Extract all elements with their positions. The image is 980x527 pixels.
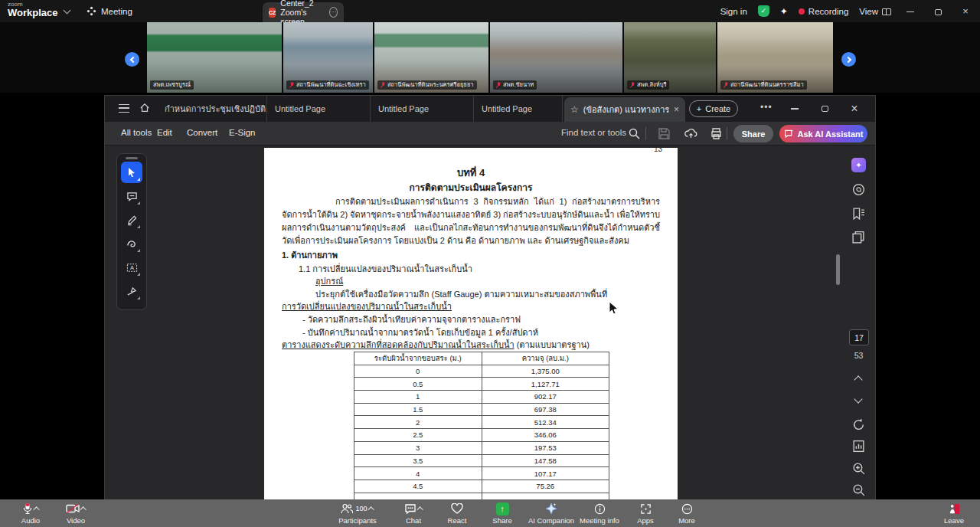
rotate-refresh-icon[interactable] — [851, 417, 866, 432]
table-row: 1.5697.38 — [354, 403, 609, 416]
view-button[interactable]: View — [859, 7, 891, 16]
page-number-printed: 13 — [654, 148, 662, 153]
menu-edit[interactable]: Edit — [157, 128, 172, 137]
video-tile[interactable]: สพด.ชัยนาท — [490, 22, 622, 93]
next-page-button[interactable] — [854, 394, 862, 403]
lasso-curve-icon — [126, 238, 138, 250]
doc-tab-label: กำหนดการประชุมเชิงปฏิบัติ... — [165, 102, 267, 116]
highlight-tool-button[interactable] — [121, 209, 142, 231]
zoom-out-icon[interactable] — [851, 483, 866, 497]
security-shield-icon[interactable]: ✓ — [758, 5, 769, 17]
favorite-star-icon[interactable]: ☆ — [570, 104, 579, 115]
more-options-icon[interactable]: ••• — [760, 102, 773, 113]
recording-indicator[interactable]: Recording — [799, 7, 848, 16]
home-icon[interactable] — [139, 103, 150, 113]
create-label: Create — [705, 104, 730, 113]
palette-drag-handle[interactable] — [126, 157, 138, 159]
ai-assistant-panel-icon[interactable]: ✦ — [851, 158, 866, 172]
doc-tab-4[interactable]: Untitled Page — [474, 96, 563, 122]
doc-tab-3[interactable]: Untitled Page — [371, 96, 474, 122]
window-maximize-button[interactable] — [929, 5, 946, 17]
plus-icon: + — [697, 104, 701, 113]
view-layout-icon — [882, 8, 891, 15]
comments-panel-icon[interactable] — [851, 182, 866, 197]
bookmarks-panel-icon[interactable] — [851, 207, 866, 221]
doc-tab-1[interactable]: กำหนดการประชุมเชิงปฏิบัติ... — [157, 96, 267, 122]
video-tile[interactable]: สพด.เพชรบูรณ์ — [147, 22, 282, 93]
ai-sparkle-icon[interactable]: ✦ — [780, 6, 788, 17]
acrobat-maximize-button[interactable] — [812, 96, 838, 122]
ask-ai-assistant-button[interactable]: Ask AI Assistant — [779, 125, 867, 142]
participant-name: สพด.เพชรบูรณ์ — [153, 81, 191, 89]
video-tile[interactable]: สถานีพัฒนาที่ดินนครราชสีมา — [717, 22, 833, 93]
tab-meeting[interactable]: Meeting — [87, 0, 132, 22]
pdf-page[interactable]: 13 บทที่ 4 การติดตามประเมินผลโครงการ การ… — [264, 148, 678, 499]
video-tile[interactable]: สพด.สิงห์บุรี — [624, 22, 716, 93]
video-tile[interactable]: สถานีพัฒนาที่ดินฉะเชิงเทรา — [283, 22, 373, 93]
workspace-chevron-icon[interactable] — [64, 7, 71, 15]
doc-tab-active[interactable]: ☆ (ข้อสังเกต) แนวทางการดำเนิ... × — [564, 97, 685, 122]
page-thumbnails-icon[interactable] — [851, 230, 866, 244]
video-options-caret[interactable] — [80, 506, 86, 512]
menu-convert[interactable]: Convert — [187, 128, 217, 137]
acrobat-window: กำหนดการประชุมเชิงปฏิบัติ... Untitled Pa… — [105, 96, 875, 499]
muted-mic-icon — [381, 82, 385, 89]
more-button[interactable]: More — [654, 502, 720, 525]
muted-mic-icon — [724, 82, 728, 89]
tab-shared-screen[interactable]: CZ Center_2 Zoom's screen ··· — [263, 2, 344, 22]
doc-tab-label: Untitled Page — [482, 104, 532, 113]
comment-tool-button[interactable] — [121, 185, 142, 207]
edit-text-tool-button[interactable]: A — [121, 257, 142, 278]
video-tile[interactable]: สถานีพัฒนาที่ดินพระนครศรีอยุธยา — [374, 22, 488, 93]
acrobat-minimize-button[interactable] — [782, 96, 808, 122]
save-icon[interactable] — [658, 127, 671, 140]
sign-in-link[interactable]: Sign in — [720, 7, 747, 16]
participants-caret[interactable] — [368, 506, 374, 512]
share-button[interactable]: Share — [733, 125, 773, 142]
print-icon[interactable] — [710, 127, 723, 140]
cloud-upload-icon[interactable] — [684, 127, 697, 140]
meeting-icon — [87, 6, 96, 16]
document-scrollbar[interactable] — [836, 149, 840, 495]
audio-options-caret[interactable] — [33, 506, 39, 512]
table-row-partial — [354, 493, 609, 499]
leave-button[interactable]: Leave — [921, 502, 980, 525]
video-button[interactable]: Video — [43, 502, 109, 525]
strip-next-button[interactable] — [841, 52, 856, 67]
select-tool-button[interactable] — [121, 162, 142, 183]
info-icon — [594, 503, 606, 515]
total-pages-label: 53 — [842, 351, 875, 360]
search-icon[interactable] — [628, 127, 641, 140]
find-tools-button[interactable]: Find text or tools — [561, 128, 626, 137]
menu-all-tools[interactable]: All tools — [121, 128, 152, 137]
participants-icon — [341, 503, 353, 514]
doc-tab-2[interactable]: Untitled Page — [267, 96, 371, 122]
participant-name: สถานีพัฒนาที่ดินพระนครศรีอยุธยา — [387, 81, 474, 89]
chat-caret[interactable] — [416, 506, 423, 512]
current-page-value: 17 — [854, 333, 864, 342]
menu-esign[interactable]: E-Sign — [229, 128, 256, 137]
previous-page-button[interactable] — [854, 375, 862, 384]
text-box-icon: A — [126, 262, 138, 273]
table-row: 2512.34 — [354, 416, 609, 429]
view-label: View — [859, 7, 878, 16]
strip-prev-button[interactable] — [125, 52, 139, 67]
table-row: 3197.53 — [354, 441, 609, 454]
fill-sign-tool-button[interactable] — [121, 280, 142, 302]
mic-icon — [22, 502, 33, 515]
export-data-icon[interactable] — [851, 439, 866, 453]
menu-hamburger-icon[interactable] — [119, 104, 129, 113]
page-number-input[interactable]: 17 — [849, 329, 869, 345]
acrobat-close-button[interactable]: × — [841, 96, 867, 122]
window-minimize-button[interactable] — [902, 5, 919, 17]
table-row: 4107.17 — [354, 467, 609, 480]
window-close-button[interactable]: × — [957, 5, 974, 17]
close-tab-icon[interactable]: × — [674, 104, 679, 115]
zoom-in-icon[interactable] — [851, 461, 866, 476]
video-label: Video — [67, 516, 85, 525]
tab-options-icon[interactable]: ··· — [329, 7, 338, 18]
scrollbar-thumb[interactable] — [836, 254, 840, 285]
draw-tool-button[interactable] — [121, 233, 142, 254]
create-button[interactable]: +Create — [689, 100, 738, 117]
chapter-title: บทที่ 4 — [264, 165, 678, 181]
